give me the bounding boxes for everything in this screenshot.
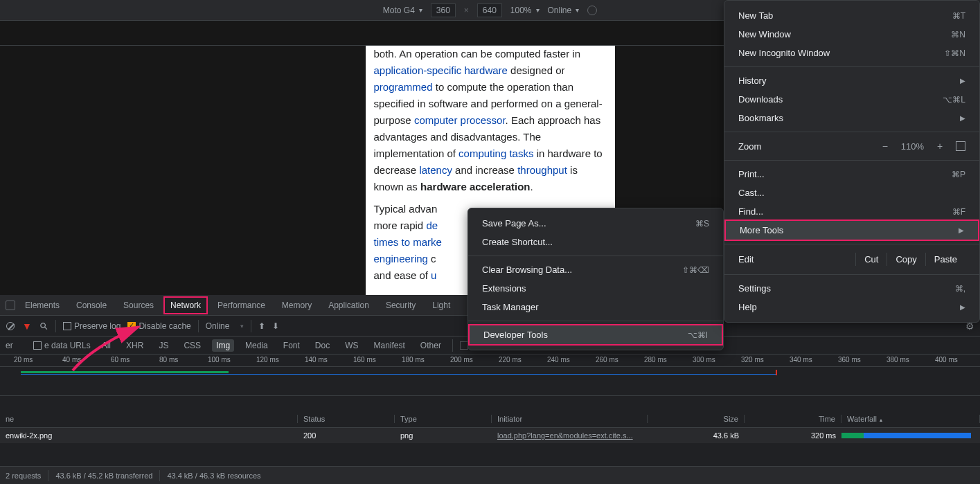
bold-hw-accel: hardware acceleration — [420, 181, 530, 192]
menu-new-window[interactable]: New Window⌘N — [724, 25, 979, 44]
menu-downloads[interactable]: Downloads⌥⌘L — [724, 90, 979, 109]
rotate-icon[interactable] — [587, 6, 597, 15]
menu-more-tools[interactable]: More Tools▶ — [724, 219, 979, 241]
submenu-save-as[interactable]: Save Page As...⌘S — [468, 214, 723, 233]
height-input[interactable] — [477, 3, 502, 17]
fullscreen-icon[interactable] — [956, 141, 965, 151]
filter-js[interactable]: JS — [154, 339, 172, 352]
x-separator: × — [464, 6, 469, 15]
timeline-overview[interactable] — [0, 367, 980, 396]
network-table: ne Status Type Initiator Size Time Water… — [0, 410, 980, 443]
filter-input[interactable] — [6, 341, 26, 350]
hide-data-urls-checkbox[interactable]: e data URLs — [33, 341, 91, 350]
filter-css[interactable]: CSS — [179, 339, 205, 352]
initiator-link[interactable]: load.php?lang=en&modules=ext.cite.s... — [497, 431, 633, 440]
col-name[interactable]: ne — [0, 415, 298, 423]
tab-console[interactable]: Console — [69, 296, 114, 314]
link-programmed[interactable]: programmed — [374, 81, 433, 93]
link-computing-tasks[interactable]: computing tasks — [458, 147, 533, 159]
filter-doc[interactable]: Doc — [311, 339, 334, 352]
link-ttm[interactable]: times to marke — [374, 236, 442, 248]
link-engineering[interactable]: engineering — [374, 253, 428, 265]
stop-record-icon[interactable] — [6, 321, 15, 331]
dock-icon[interactable] — [6, 301, 15, 310]
filter-xhr[interactable]: XHR — [122, 339, 148, 352]
filter-manifest[interactable]: Manifest — [370, 339, 409, 352]
zoom-select[interactable]: 100% — [510, 6, 540, 15]
menu-settings[interactable]: Settings⌘, — [724, 279, 979, 298]
filter-ws[interactable]: WS — [341, 339, 362, 352]
filter-other[interactable]: Other — [416, 339, 445, 352]
status-transferred: 43.6 kB / 45.2 kB transferred — [55, 472, 152, 480]
col-type[interactable]: Type — [395, 415, 492, 423]
disable-cache-checkbox[interactable]: Disable cache — [127, 321, 190, 331]
link-latency[interactable]: latency — [419, 164, 452, 176]
filter-font[interactable]: Font — [279, 339, 304, 352]
tab-performance[interactable]: Performance — [211, 296, 272, 314]
timeline-ruler: 20 ms 40 ms 60 ms 80 ms 100 ms 120 ms 14… — [0, 355, 980, 367]
menu-zoom: Zoom − 110% + — [724, 136, 979, 156]
filter-img[interactable]: Img — [212, 339, 234, 352]
preserve-log-checkbox[interactable]: Preserve log — [63, 321, 121, 331]
tab-security[interactable]: Security — [379, 296, 422, 314]
more-tools-submenu: Save Page As...⌘S Create Shortcut... Cle… — [467, 208, 724, 350]
table-row[interactable]: enwiki-2x.png 200 png load.php?lang=en&m… — [0, 428, 980, 443]
menu-new-tab[interactable]: New Tab⌘T — [724, 6, 979, 25]
menu-history[interactable]: History▶ — [724, 71, 979, 90]
upload-icon[interactable]: ⬆ — [258, 321, 265, 331]
menu-new-incognito[interactable]: New Incognito Window⇧⌘N — [724, 44, 979, 62]
tab-sources[interactable]: Sources — [116, 296, 161, 314]
status-bar: 2 requests 43.6 kB / 45.2 kB transferred… — [0, 466, 980, 484]
browser-menu: New Tab⌘T New Window⌘N New Incognito Win… — [724, 0, 980, 323]
tab-network[interactable]: Network — [163, 296, 208, 314]
submenu-extensions[interactable]: Extensions — [468, 279, 723, 298]
width-input[interactable] — [431, 3, 456, 17]
col-initiator[interactable]: Initiator — [492, 415, 648, 423]
menu-bookmarks[interactable]: Bookmarks▶ — [724, 109, 979, 127]
submenu-create-shortcut[interactable]: Create Shortcut... — [468, 233, 723, 251]
zoom-in-button[interactable]: + — [934, 141, 946, 152]
filter-icon[interactable]: ▼ — [22, 321, 32, 331]
link-processor[interactable]: computer processor — [414, 114, 506, 126]
search-icon[interactable] — [39, 321, 48, 331]
submenu-developer-tools[interactable]: Developer Tools⌥⌘I — [468, 324, 723, 346]
tab-application[interactable]: Application — [321, 296, 376, 314]
link-throughput[interactable]: throughput — [517, 164, 567, 176]
link-u[interactable]: u — [431, 269, 436, 281]
device-select[interactable]: Moto G4 — [383, 6, 422, 15]
menu-help[interactable]: Help▶ — [724, 298, 979, 316]
submenu-clear-browsing[interactable]: Clear Browsing Data...⇧⌘⌫ — [468, 260, 723, 279]
zoom-value: 110% — [901, 141, 924, 152]
status-requests: 2 requests — [6, 472, 41, 480]
edit-paste[interactable]: Paste — [925, 253, 965, 266]
menu-print[interactable]: Print...⌘P — [724, 165, 979, 183]
col-time[interactable]: Time — [745, 415, 841, 423]
throttle-select[interactable]: Online — [548, 6, 580, 15]
throttling-select[interactable]: Online — [206, 321, 244, 331]
tab-lighthouse[interactable]: Light — [425, 296, 457, 314]
zoom-out-button[interactable]: − — [879, 141, 891, 152]
tab-elements[interactable]: Elements — [18, 296, 66, 314]
filter-all[interactable]: All — [98, 339, 115, 352]
edit-copy[interactable]: Copy — [887, 253, 925, 266]
tab-memory[interactable]: Memory — [275, 296, 319, 314]
edit-cut[interactable]: Cut — [855, 253, 887, 266]
submenu-task-manager[interactable]: Task Manager — [468, 298, 723, 316]
link-app-hardware[interactable]: application-specific hardware — [374, 64, 508, 76]
col-waterfall[interactable]: Waterfall — [841, 415, 980, 423]
menu-find[interactable]: Find...⌘F — [724, 202, 979, 221]
status-resources: 43.4 kB / 46.3 kB resources — [167, 472, 260, 480]
col-status[interactable]: Status — [298, 415, 395, 423]
download-icon[interactable]: ⬇ — [272, 321, 279, 331]
table-header: ne Status Type Initiator Size Time Water… — [0, 410, 980, 428]
menu-edit: Edit Cut Copy Paste — [724, 249, 979, 270]
text: both. An operation can be computed faste… — [374, 48, 581, 60]
col-size[interactable]: Size — [648, 415, 745, 423]
link-de[interactable]: de — [426, 219, 438, 231]
filter-media[interactable]: Media — [241, 339, 272, 352]
menu-cast[interactable]: Cast... — [724, 183, 979, 202]
